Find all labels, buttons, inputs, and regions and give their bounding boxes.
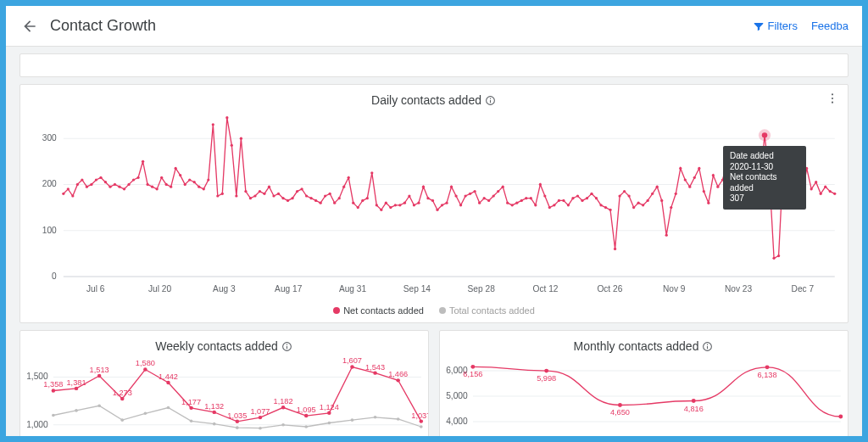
svg-point-56 [212,123,214,126]
svg-text:1,095: 1,095 [297,406,316,414]
svg-point-24 [62,193,64,195]
svg-point-104 [436,209,438,211]
svg-text:1,513: 1,513 [90,366,109,374]
svg-point-186 [820,193,822,195]
svg-point-257 [618,403,622,407]
filter-icon [753,20,765,32]
svg-point-196 [52,414,55,417]
svg-point-171 [749,165,752,167]
svg-point-147 [637,202,640,204]
svg-point-42 [146,183,148,186]
svg-point-121 [515,202,518,204]
svg-point-113 [478,202,481,204]
svg-point-74 [296,190,298,193]
legend-total[interactable]: Total contacts added [439,305,535,316]
more-vert-icon [826,92,839,105]
svg-point-207 [304,425,308,428]
svg-point-200 [144,411,147,415]
content-area: Daily contacts added 0100200300Jul 6Jul … [6,47,862,436]
svg-point-80 [324,194,326,197]
back-button[interactable] [19,16,40,36]
svg-point-36 [118,186,120,188]
legend-net[interactable]: Net contacts added [333,305,424,316]
svg-point-141 [609,209,611,211]
svg-point-219 [120,397,125,400]
svg-point-180 [791,193,793,195]
svg-point-87 [357,206,359,209]
svg-point-131 [562,199,565,202]
svg-point-38 [127,183,130,186]
svg-point-64 [249,197,252,199]
daily-contacts-card: Daily contacts added 0100200300Jul 6Jul … [19,84,849,323]
svg-point-28 [81,178,83,181]
info-icon[interactable] [281,340,293,352]
info-icon[interactable] [485,94,497,106]
svg-point-1 [832,98,833,99]
svg-point-86 [352,202,354,204]
bottom-row: Weekly contacts added 1,0001,5001,3581,3… [19,330,849,436]
daily-chart[interactable]: 0100200300Jul 6Jul 20Aug 3Aug 17Aug 31Se… [20,107,848,302]
svg-point-142 [614,248,616,250]
svg-point-103 [431,199,434,202]
svg-point-41 [142,160,144,163]
monthly-contacts-card: Monthly contacts added 4,0005,0006,0006,… [439,330,849,436]
info-icon[interactable] [702,340,714,352]
svg-point-135 [581,199,583,202]
svg-point-73 [291,197,293,199]
svg-text:1,381: 1,381 [66,378,86,387]
svg-point-124 [530,197,532,199]
page-header: Contact Growth Filters Feedba [6,6,862,47]
svg-point-27 [76,183,79,186]
svg-point-61 [235,194,237,197]
svg-text:200: 200 [42,180,57,189]
svg-point-209 [351,418,354,422]
svg-text:1,124: 1,124 [320,403,339,411]
svg-text:1,182: 1,182 [274,397,293,406]
svg-point-109 [459,204,462,206]
svg-point-47 [170,186,172,188]
svg-point-199 [120,418,124,422]
svg-text:4,650: 4,650 [610,409,630,417]
feedback-link[interactable]: Feedba [811,20,849,32]
svg-text:Nov 9: Nov 9 [663,284,686,294]
svg-point-69 [272,194,275,197]
filters-button[interactable]: Filters [753,20,798,32]
svg-point-213 [52,389,56,392]
svg-point-253 [470,365,475,369]
svg-point-205 [259,427,262,430]
svg-point-93 [385,202,387,204]
svg-point-212 [420,425,423,428]
weekly-chart[interactable]: 1,0001,5001,3581,3811,5131,2731,5801,442… [20,353,428,436]
svg-point-151 [656,186,659,188]
svg-point-46 [165,183,168,186]
card-more-button[interactable] [824,90,841,107]
svg-point-119 [506,202,509,204]
svg-point-76 [305,194,308,197]
svg-point-31 [95,178,97,181]
svg-point-108 [454,194,457,197]
svg-text:1,442: 1,442 [159,372,178,381]
svg-text:1,466: 1,466 [388,370,408,378]
svg-text:1,273: 1,273 [113,389,132,397]
svg-point-115 [487,199,490,202]
svg-point-72 [287,199,289,202]
svg-point-78 [314,199,317,202]
monthly-chart[interactable]: 4,0005,0006,0006,1565,9984,6504,8166,138 [440,353,848,436]
svg-point-255 [544,369,548,373]
svg-text:Aug 17: Aug 17 [275,284,303,294]
svg-point-83 [338,197,341,199]
svg-text:1,543: 1,543 [365,363,385,372]
svg-point-100 [417,202,420,204]
svg-point-120 [511,204,514,206]
svg-text:Sep 28: Sep 28 [468,284,496,294]
svg-text:100: 100 [42,226,57,235]
svg-point-140 [604,206,607,209]
svg-point-235 [304,414,309,417]
svg-point-202 [190,419,193,422]
weekly-card-title: Weekly contacts added [155,339,278,353]
svg-point-30 [90,183,92,186]
svg-point-53 [198,186,200,188]
svg-point-91 [376,204,378,206]
svg-point-102 [426,197,429,199]
svg-point-29 [86,186,88,188]
